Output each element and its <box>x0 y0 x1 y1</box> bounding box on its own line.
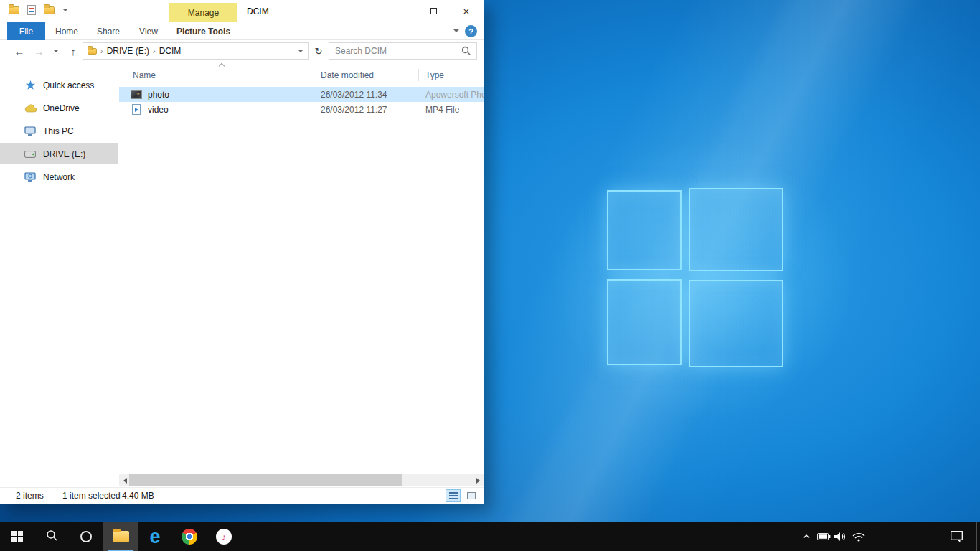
ribbon-expand-chevron-icon[interactable] <box>453 29 459 32</box>
column-separator[interactable] <box>314 69 314 81</box>
sidebar-item-label: DRIVE (E:) <box>43 149 85 159</box>
breadcrumb-separator-icon[interactable]: › <box>153 47 156 55</box>
itunes-icon: ♪ <box>216 529 232 545</box>
battery-icon <box>817 533 831 540</box>
chrome-taskbar-button[interactable] <box>172 522 207 551</box>
cortana-button[interactable] <box>69 522 103 551</box>
wifi-icon <box>852 532 865 542</box>
edge-icon: e <box>149 527 160 547</box>
tab-file[interactable]: File <box>7 22 45 40</box>
window-title: DCIM <box>247 6 269 17</box>
help-button[interactable]: ? <box>465 25 477 37</box>
selection-size: 4.40 MB <box>122 491 154 501</box>
battery-tray-button[interactable] <box>815 522 832 551</box>
sidebar-item-quick-access[interactable]: Quick access <box>0 75 118 95</box>
explorer-icon <box>113 531 129 542</box>
new-folder-icon[interactable] <box>44 6 55 14</box>
address-bar[interactable]: › DRIVE (E:) › DCIM <box>83 42 309 60</box>
sidebar-item-label: Network <box>43 172 75 182</box>
photo-thumbnail-icon <box>131 90 142 99</box>
file-type: MP4 File <box>425 105 484 115</box>
thumbnails-view-icon <box>467 492 476 499</box>
forward-icon: → <box>34 45 44 57</box>
taskbar-buttons: e ♪ <box>0 522 241 551</box>
forward-button[interactable]: → <box>30 40 47 62</box>
drive-icon <box>24 151 37 158</box>
volume-icon <box>834 532 846 542</box>
tray-overflow-button[interactable] <box>798 522 815 551</box>
address-row: ← → ↑ › DRIVE (E:) › DCIM ↻ <box>0 40 484 62</box>
file-explorer-taskbar-button[interactable] <box>103 522 138 551</box>
volume-tray-button[interactable] <box>831 522 849 551</box>
taskbar-search-button[interactable] <box>34 522 69 551</box>
cortana-icon <box>80 531 92 542</box>
show-desktop-button[interactable] <box>976 522 980 551</box>
tab-share[interactable]: Share <box>91 22 126 40</box>
manage-context-tab[interactable]: Manage <box>169 3 237 22</box>
breadcrumb-separator-icon[interactable]: › <box>100 47 103 55</box>
recent-locations-button[interactable] <box>50 40 62 62</box>
search-icon[interactable] <box>461 46 471 56</box>
help-icon: ? <box>468 27 473 36</box>
up-button[interactable]: ↑ <box>65 40 82 62</box>
start-button[interactable] <box>0 522 34 551</box>
address-folder-icon <box>88 48 97 55</box>
minimize-button[interactable] <box>384 0 417 22</box>
sidebar-item-onedrive[interactable]: OneDrive <box>0 98 118 118</box>
scrollbar-thumb[interactable] <box>129 474 402 486</box>
column-header-type[interactable]: Type <box>425 67 444 83</box>
selection-summary: 1 item selected <box>62 491 121 501</box>
scroll-left-icon <box>123 478 127 484</box>
refresh-button[interactable]: ↻ <box>310 42 327 60</box>
file-row-video[interactable]: video 26/03/2012 11:27 MP4 File <box>119 102 484 117</box>
monitor-icon <box>24 126 37 136</box>
tab-home[interactable]: Home <box>51 22 83 40</box>
column-header-date-modified[interactable]: Date modified <box>321 67 374 83</box>
sidebar-item-network[interactable]: Network <box>0 166 118 187</box>
details-view-icon <box>449 492 458 499</box>
breadcrumb-drive[interactable]: DRIVE (E:) <box>107 46 149 56</box>
file-date-modified: 26/03/2012 11:34 <box>321 90 425 100</box>
search-input[interactable] <box>329 46 461 56</box>
horizontal-scrollbar[interactable] <box>119 474 484 486</box>
breadcrumb-dcim[interactable]: DCIM <box>159 46 182 56</box>
thumbnails-view-button[interactable] <box>463 489 479 502</box>
file-row-photo[interactable]: photo 26/03/2012 11:34 Apowersoft Pho <box>119 87 484 102</box>
manage-context-label: Manage <box>188 8 219 18</box>
file-type: Apowersoft Pho <box>425 90 484 100</box>
sidebar-item-label: This PC <box>43 126 74 136</box>
tab-picture-tools[interactable]: Picture Tools <box>169 22 237 40</box>
close-button[interactable]: × <box>450 0 483 22</box>
address-history-chevron-icon[interactable] <box>298 50 303 52</box>
action-center-icon <box>951 531 963 542</box>
details-view-button[interactable] <box>446 489 461 502</box>
minimize-icon <box>397 11 405 11</box>
close-icon: × <box>463 6 470 17</box>
itunes-taskbar-button[interactable]: ♪ <box>207 522 241 551</box>
column-separator[interactable] <box>418 69 419 81</box>
app-folder-icon[interactable] <box>9 6 19 14</box>
network-icon <box>24 172 37 182</box>
action-center-button[interactable] <box>948 522 965 551</box>
sidebar-item-drive-e[interactable]: DRIVE (E:) <box>0 143 118 164</box>
sidebar-item-this-pc[interactable]: This PC <box>0 121 118 141</box>
back-button[interactable]: ← <box>10 40 29 62</box>
refresh-icon: ↻ <box>315 46 323 57</box>
navigation-pane: Quick access OneDrive This PC DRIVE (E:) <box>0 63 118 474</box>
title-bar[interactable]: Manage DCIM × <box>0 0 484 22</box>
properties-icon[interactable] <box>27 5 36 15</box>
ribbon-tab-row: File Home Share View Picture Tools ? <box>0 22 484 40</box>
scroll-right-icon <box>476 478 480 484</box>
file-date-modified: 26/03/2012 11:27 <box>321 105 425 115</box>
maximize-button[interactable] <box>417 0 450 22</box>
tab-view[interactable]: View <box>133 22 164 40</box>
edge-taskbar-button[interactable]: e <box>138 522 172 551</box>
column-header-name[interactable]: Name <box>133 67 156 83</box>
cloud-icon <box>24 104 37 113</box>
status-bar: 2 items 1 item selected 4.40 MB <box>0 487 484 504</box>
network-tray-button[interactable] <box>850 522 867 551</box>
file-name: video <box>148 105 321 115</box>
scroll-right-button[interactable] <box>472 474 484 486</box>
qat-customize-chevron-icon[interactable] <box>62 9 68 11</box>
recent-locations-chevron-icon <box>53 50 59 52</box>
